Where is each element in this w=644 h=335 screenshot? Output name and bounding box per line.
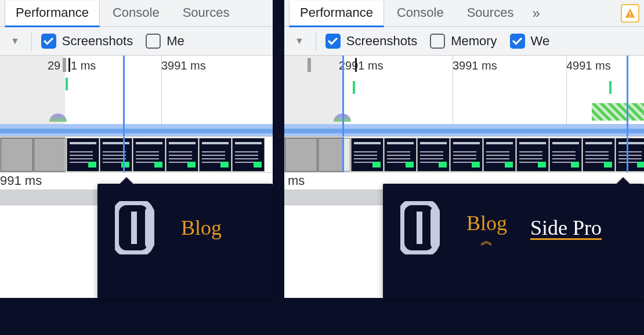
chevron-up-icon: ︽: [466, 236, 507, 244]
timeline-overview[interactable]: 2991 ms 3991 ms 4991 ms: [284, 56, 644, 137]
dropdown-caret-icon[interactable]: ▼: [5, 36, 26, 46]
band: [0, 129, 273, 133]
ruler-label: ms: [288, 173, 305, 188]
frame-thumbnail[interactable]: [483, 138, 516, 172]
checkbox-icon: [325, 34, 341, 49]
svg-rect-4: [131, 212, 137, 244]
tab-bar: Performance Console Sources: [0, 0, 273, 27]
ruler-label: 991 ms: [0, 173, 42, 188]
screenshots-label: Screenshots: [346, 34, 417, 49]
divider: [316, 31, 316, 51]
popup-notch-icon: [616, 177, 630, 184]
svg-rect-1: [629, 16, 631, 17]
svg-rect-7: [417, 212, 422, 244]
dimmed-region: [0, 137, 65, 172]
marker: [63, 58, 66, 72]
frame-thumbnail[interactable]: [166, 138, 198, 172]
screenshots-checkbox[interactable]: Screenshots: [38, 34, 136, 49]
memory-checkbox[interactable]: Me: [142, 34, 188, 49]
frame-thumbnail[interactable]: [351, 138, 383, 172]
tab-bar: Performance Console Sources »: [284, 0, 644, 27]
activity-marker: [66, 78, 68, 90]
memory-label: Me: [167, 34, 184, 49]
tick-label: 2991 ms: [339, 59, 383, 72]
webvitals-checkbox[interactable]: We: [506, 34, 553, 49]
tick-label: 3991 ms: [453, 59, 497, 72]
marker: [307, 58, 311, 72]
svg-rect-0: [629, 12, 631, 14]
frame-thumbnail[interactable]: [417, 138, 450, 172]
blog-link[interactable]: Blog: [466, 211, 507, 235]
frame-thumbnail[interactable]: [549, 138, 582, 172]
checkbox-icon: [146, 34, 161, 49]
marker: [355, 58, 357, 72]
side-projects-link[interactable]: Side Pro: [530, 216, 602, 240]
playhead[interactable]: [123, 56, 125, 136]
tab-sources[interactable]: Sources: [172, 1, 240, 27]
svg-rect-6: [430, 207, 440, 249]
site-logo-icon: [400, 201, 443, 254]
band: [284, 129, 644, 133]
webvitals-label: We: [531, 34, 550, 49]
screenshot-preview-popup: Blog: [97, 184, 273, 298]
frame-thumbnail[interactable]: [67, 138, 99, 172]
tab-console[interactable]: Console: [386, 1, 454, 27]
band: [284, 124, 644, 129]
svg-rect-3: [145, 207, 154, 249]
memory-label: Memory: [451, 34, 497, 49]
hatched-region: [592, 103, 644, 121]
screenshots-checkbox[interactable]: Screenshots: [322, 34, 421, 49]
tabs-overflow-icon[interactable]: »: [526, 5, 545, 21]
frame-thumbnail[interactable]: [450, 138, 483, 172]
tick-label: 4991 ms: [566, 59, 611, 72]
tab-performance[interactable]: Performance: [289, 1, 384, 27]
tab-performance[interactable]: Performance: [5, 1, 100, 27]
timeline-overview[interactable]: 29 1 ms 3991 ms: [0, 56, 273, 137]
playhead[interactable]: [342, 56, 344, 136]
divider: [31, 31, 32, 51]
playhead: [342, 137, 344, 172]
playhead: [627, 137, 628, 172]
warning-badge-icon[interactable]: [621, 4, 639, 23]
tick-label: 3991 ms: [161, 59, 206, 72]
site-logo-icon: [115, 201, 158, 254]
frame-thumbnail[interactable]: [100, 138, 132, 172]
checkbox-icon: [41, 34, 56, 49]
checkbox-icon: [430, 34, 445, 49]
playhead: [123, 137, 125, 172]
frame-thumbnail[interactable]: [583, 138, 615, 172]
tab-sources[interactable]: Sources: [457, 1, 524, 27]
frame-thumbnail[interactable]: [384, 138, 417, 172]
activity-marker: [353, 81, 355, 94]
dimmed-region: [284, 137, 342, 172]
band: [0, 124, 273, 129]
checkbox-icon: [510, 34, 525, 49]
playhead[interactable]: [627, 56, 628, 136]
nav-blog: Blog ︽: [466, 211, 507, 244]
frame-thumbnail[interactable]: [616, 138, 645, 172]
screenshots-label: Screenshots: [62, 34, 133, 49]
frame-thumbnail[interactable]: [516, 138, 549, 172]
tick-label: 29: [48, 59, 60, 72]
toolbar: ▼ Screenshots Me: [0, 27, 273, 56]
screenshot-preview-popup: Blog ︽ Side Pro: [383, 184, 644, 298]
activity-marker: [609, 81, 612, 94]
popup-notch-icon: [120, 177, 133, 184]
frame-thumbnail[interactable]: [232, 138, 265, 172]
dropdown-caret-icon[interactable]: ▼: [289, 36, 310, 46]
tick-label: 1 ms: [71, 59, 96, 72]
screenshot-filmstrip[interactable]: [284, 137, 644, 173]
toolbar: ▼ Screenshots Memory We: [284, 27, 644, 56]
marker: [68, 58, 70, 72]
screenshot-filmstrip[interactable]: [0, 137, 273, 173]
frame-thumbnail[interactable]: [199, 138, 231, 172]
frame-thumbnail[interactable]: [133, 138, 165, 172]
nav-blog: Blog: [181, 216, 222, 240]
memory-checkbox[interactable]: Memory: [426, 34, 500, 49]
tab-console[interactable]: Console: [102, 1, 170, 27]
blog-link[interactable]: Blog: [181, 216, 222, 240]
